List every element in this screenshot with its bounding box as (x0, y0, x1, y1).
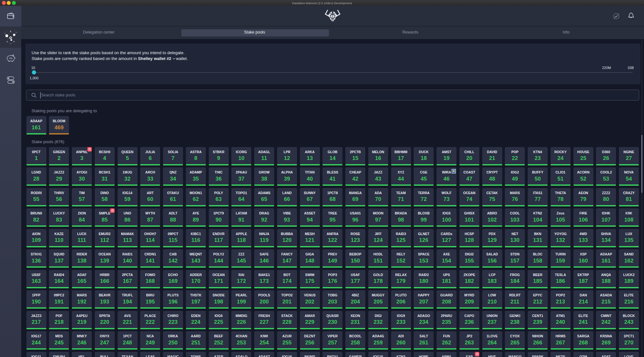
svg-text:ITN: ITN (9, 57, 13, 59)
